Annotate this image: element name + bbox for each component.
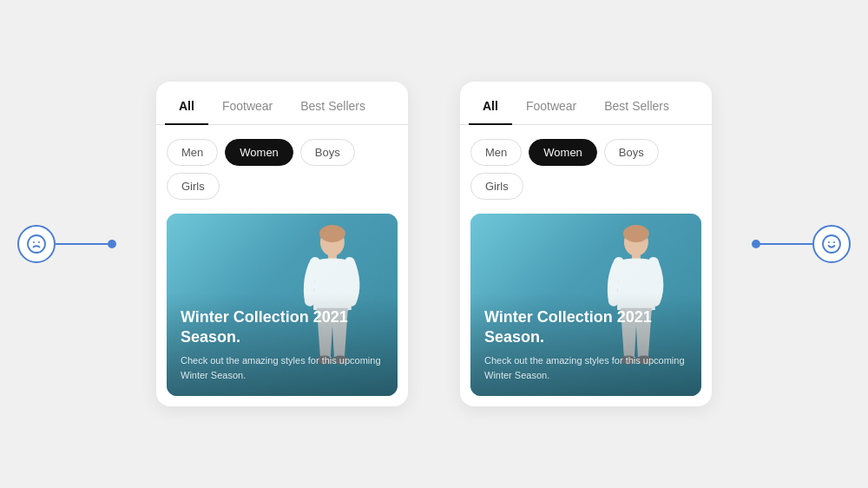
happy-smiley-icon (812, 225, 851, 263)
svg-point-7 (319, 224, 345, 241)
sad-smiley-icon (17, 225, 56, 263)
card-left: Winter Collection 2021 Season. Check out… (167, 214, 398, 396)
tabs-left: All Footwear Best Sellers (156, 89, 408, 125)
svg-point-0 (28, 235, 45, 253)
tabs-right: All Footwear Best Sellers (460, 89, 712, 125)
svg-point-2 (38, 241, 40, 243)
panels-container: All Footwear Best Sellers Men Women Boys… (156, 82, 712, 406)
rating-right-line (760, 243, 812, 245)
panel-left: All Footwear Best Sellers Men Women Boys… (156, 82, 408, 406)
chip-left-men[interactable]: Men (167, 139, 218, 166)
card-left-title: Winter Collection 2021 Season. (181, 307, 384, 346)
rating-right-dot (752, 240, 760, 248)
card-left-content: Winter Collection 2021 Season. Check out… (167, 293, 398, 396)
tab-left-bestsellers[interactable]: Best Sellers (286, 89, 379, 125)
tab-right-bestsellers[interactable]: Best Sellers (590, 89, 683, 125)
page: All Footwear Best Sellers Men Women Boys… (0, 0, 868, 488)
card-right-content: Winter Collection 2021 Season. Check out… (470, 293, 701, 396)
chip-right-boys[interactable]: Boys (604, 139, 659, 166)
chips-left: Men Women Boys Girls (156, 139, 408, 214)
rating-left-line (56, 243, 108, 245)
tab-right-footwear[interactable]: Footwear (512, 89, 590, 125)
tab-right-all[interactable]: All (469, 89, 512, 125)
svg-point-3 (823, 235, 840, 253)
svg-point-12 (623, 224, 649, 241)
card-right: Winter Collection 2021 Season. Check out… (470, 214, 701, 396)
svg-point-1 (33, 241, 35, 243)
chip-right-girls[interactable]: Girls (470, 173, 523, 200)
svg-point-5 (833, 241, 835, 243)
rating-right (752, 225, 851, 263)
tab-left-all[interactable]: All (165, 89, 208, 125)
chip-left-women[interactable]: Women (225, 139, 293, 166)
chip-left-girls[interactable]: Girls (167, 173, 220, 200)
tab-left-footwear[interactable]: Footwear (208, 89, 286, 125)
panel-right: All Footwear Best Sellers Men Women Boys… (460, 82, 712, 406)
chips-right: Men Women Boys Girls (460, 139, 712, 214)
card-right-title: Winter Collection 2021 Season. (484, 307, 687, 346)
svg-point-4 (828, 241, 830, 243)
rating-left-dot (108, 240, 116, 248)
card-right-desc: Check out the amazing styles for this up… (484, 353, 687, 382)
chip-left-boys[interactable]: Boys (300, 139, 355, 166)
chip-right-men[interactable]: Men (470, 139, 522, 166)
card-left-desc: Check out the amazing styles for this up… (181, 353, 384, 382)
rating-left (17, 225, 116, 263)
chip-right-women[interactable]: Women (529, 139, 597, 166)
